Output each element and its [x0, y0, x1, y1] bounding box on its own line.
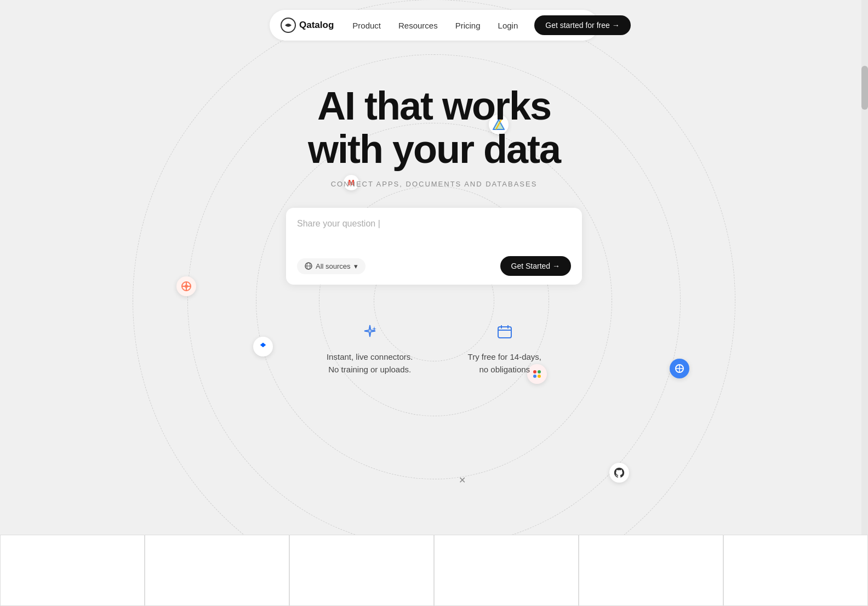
navbar: Qatalog Product Resources Pricing Login …	[270, 10, 598, 41]
floating-icon-dropbox	[253, 337, 273, 356]
navbar-wrapper: Qatalog Product Resources Pricing Login …	[0, 0, 868, 41]
svg-marker-11	[260, 343, 266, 347]
calendar-icon	[496, 323, 513, 344]
svg-marker-10	[260, 343, 266, 349]
bottom-cell-4	[434, 535, 579, 606]
feature-trial-line2: no obligations	[479, 365, 530, 374]
search-bottom: All sources ▾ Get Started →	[297, 256, 571, 276]
search-box: All sources ▾ Get Started →	[286, 208, 582, 285]
floating-icon-small: ✕	[455, 473, 469, 487]
nav-links: Product Resources Pricing Login	[345, 18, 526, 33]
hero-content: AI that works with your data Connect app…	[286, 84, 582, 376]
feature-trial-line1: Try free for 14-days,	[468, 352, 542, 361]
search-input[interactable]	[297, 219, 571, 252]
hero-headline: AI that works with your data	[308, 84, 560, 171]
hero-headline-line1: AI that works	[317, 84, 551, 128]
nav-pricing[interactable]: Pricing	[448, 18, 488, 33]
floating-icon-hubspot	[176, 276, 196, 296]
hero-section: M	[0, 41, 868, 479]
nav-product[interactable]: Product	[345, 18, 389, 33]
feature-text-trial: Try free for 14-days, no obligations	[468, 351, 542, 376]
bottom-cell-3	[289, 535, 434, 606]
sources-button[interactable]: All sources ▾	[297, 258, 366, 274]
feature-text-line1: Instant, live connectors.	[327, 352, 413, 361]
bottom-cell-2	[145, 535, 289, 606]
feature-instant-connectors: Instant, live connectors. No training or…	[327, 323, 413, 376]
feature-text-line2: No training or uploads.	[328, 365, 411, 374]
sparkle-icon	[361, 323, 379, 344]
bottom-cell-1	[0, 535, 145, 606]
logo-icon	[281, 18, 296, 33]
feature-text-connectors: Instant, live connectors. No training or…	[327, 351, 413, 376]
svg-rect-22	[498, 327, 511, 338]
sources-label: All sources	[316, 262, 351, 270]
floating-icon-github	[609, 463, 629, 483]
hero-subtitle: Connect apps, documents and databases	[331, 180, 538, 188]
brand-name: Qatalog	[299, 20, 334, 31]
nav-resources[interactable]: Resources	[391, 18, 446, 33]
floating-icon-blue	[670, 359, 689, 378]
sources-chevron: ▾	[354, 262, 358, 270]
nav-cta-button[interactable]: Get started for free →	[534, 15, 630, 35]
get-started-button[interactable]: Get Started →	[500, 256, 571, 276]
feature-free-trial: Try free for 14-days, no obligations	[468, 323, 542, 376]
nav-login[interactable]: Login	[490, 18, 526, 33]
sources-icon	[305, 262, 312, 270]
hero-headline-line2: with your data	[308, 127, 560, 171]
svg-point-5	[185, 285, 188, 288]
bottom-cell-6	[723, 535, 868, 606]
logo-area: Qatalog	[281, 18, 334, 33]
bottom-cell-5	[579, 535, 723, 606]
svg-point-4	[182, 282, 191, 291]
svg-point-12	[676, 365, 683, 372]
features-row: Instant, live connectors. No training or…	[327, 323, 541, 376]
bottom-grid	[0, 535, 868, 606]
